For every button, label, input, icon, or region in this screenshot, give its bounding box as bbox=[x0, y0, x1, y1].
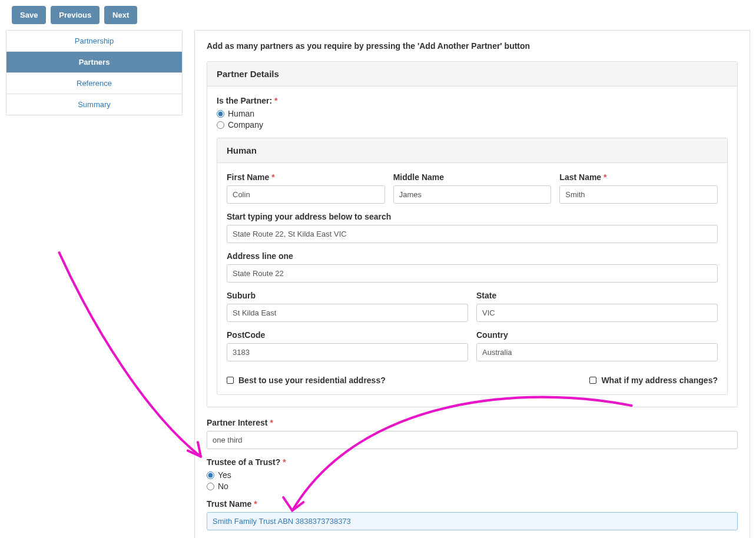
address-search-input[interactable] bbox=[227, 225, 718, 243]
state-input[interactable] bbox=[476, 304, 718, 322]
partner-type-company-label: Company bbox=[228, 120, 263, 129]
partner-type-human-radio[interactable] bbox=[217, 110, 224, 118]
trustee-no-radio[interactable] bbox=[207, 483, 214, 490]
trustee-yes-label: Yes bbox=[218, 470, 231, 480]
address-line1-label: Address line one bbox=[227, 251, 718, 261]
country-input[interactable] bbox=[476, 343, 718, 361]
first-name-label: First Name * bbox=[227, 172, 385, 182]
middle-name-label: Middle Name bbox=[393, 172, 552, 182]
partner-interest-input[interactable] bbox=[207, 431, 738, 449]
state-label: State bbox=[476, 291, 718, 300]
previous-button[interactable]: Previous bbox=[51, 6, 100, 24]
help-icon bbox=[589, 377, 596, 384]
trustee-yes-radio[interactable] bbox=[207, 471, 214, 479]
trust-name-label: Trust Name * bbox=[207, 499, 738, 509]
sidebar-item-reference[interactable]: Reference bbox=[6, 73, 182, 94]
first-name-input[interactable] bbox=[227, 185, 385, 204]
partner-type-human-label: Human bbox=[228, 109, 254, 118]
suburb-label: Suburb bbox=[227, 291, 468, 300]
partner-type-company-radio[interactable] bbox=[217, 121, 224, 129]
middle-name-input[interactable] bbox=[393, 185, 552, 204]
panel-heading-human: Human bbox=[217, 138, 727, 163]
sidebar-item-summary[interactable]: Summary bbox=[6, 94, 182, 115]
country-label: Country bbox=[476, 330, 718, 340]
partner-details-panel: Partner Details Is the Partner: * Human … bbox=[207, 61, 738, 407]
trust-name-input[interactable] bbox=[207, 512, 738, 530]
help-icon bbox=[227, 377, 234, 384]
partner-type-label: Is the Partner: * bbox=[217, 96, 728, 105]
help-residential-address[interactable]: Best to use your residential address? bbox=[227, 376, 386, 385]
main-content: Add as many partners as you require by p… bbox=[194, 30, 750, 538]
next-button[interactable]: Next bbox=[104, 6, 137, 24]
help-address-changes[interactable]: What if my address changes? bbox=[589, 376, 718, 385]
trustee-no-label: No bbox=[218, 481, 228, 491]
last-name-input[interactable] bbox=[559, 185, 718, 204]
trustee-label: Trustee of a Trust? * bbox=[207, 457, 738, 467]
partner-interest-label: Partner Interest * bbox=[207, 418, 738, 427]
panel-heading-partner-details: Partner Details bbox=[207, 62, 737, 87]
human-panel: Human First Name * Middle Name bbox=[217, 138, 728, 395]
postcode-label: PostCode bbox=[227, 330, 468, 340]
sidebar-item-partnership[interactable]: Partnership bbox=[6, 31, 182, 52]
address-search-label: Start typing your address below to searc… bbox=[227, 212, 718, 221]
sidebar-nav: Partnership Partners Reference Summary bbox=[6, 30, 183, 115]
intro-text: Add as many partners as you require by p… bbox=[207, 41, 738, 51]
suburb-input[interactable] bbox=[227, 304, 468, 322]
top-button-bar: Save Previous Next bbox=[6, 6, 750, 24]
sidebar-item-partners[interactable]: Partners bbox=[6, 52, 182, 73]
last-name-label: Last Name * bbox=[559, 172, 718, 182]
address-line1-input[interactable] bbox=[227, 264, 718, 283]
postcode-input[interactable] bbox=[227, 343, 468, 361]
save-button[interactable]: Save bbox=[12, 6, 46, 24]
